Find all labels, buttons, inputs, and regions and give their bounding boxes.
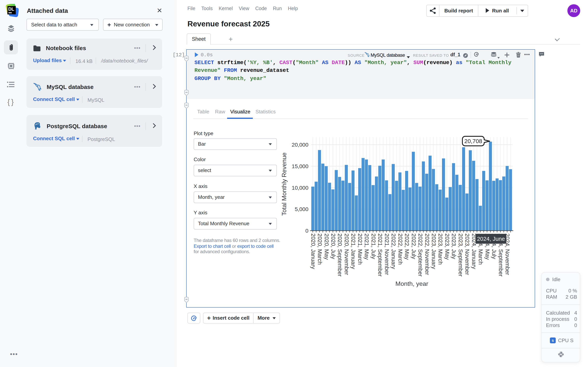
svg-text:2020, July: 2020, July bbox=[330, 234, 336, 259]
svg-text:2023, November: 2023, November bbox=[464, 234, 470, 275]
svg-text:2022, March: 2022, March bbox=[397, 234, 404, 265]
svg-text:20,708: 20,708 bbox=[464, 138, 482, 144]
svg-text:2022, July: 2022, July bbox=[411, 234, 417, 259]
svg-text:2024, June: 2024, June bbox=[477, 236, 505, 242]
svg-text:Total Monthly Revenue: Total Monthly Revenue bbox=[281, 152, 288, 216]
svg-text:0: 0 bbox=[305, 228, 308, 234]
svg-text:2022, September: 2022, September bbox=[417, 234, 424, 277]
svg-text:2022, November: 2022, November bbox=[424, 234, 430, 275]
svg-text:2023, July: 2023, July bbox=[451, 234, 457, 259]
svg-text:DL: DL bbox=[8, 7, 14, 12]
svg-text:2021, January: 2021, January bbox=[350, 234, 356, 269]
svg-text:2020, May: 2020, May bbox=[324, 234, 330, 260]
svg-text:2020, January: 2020, January bbox=[310, 234, 316, 269]
svg-text:2021, May: 2021, May bbox=[363, 234, 370, 260]
svg-text:20,000: 20,000 bbox=[292, 142, 308, 148]
svg-text:2020, March: 2020, March bbox=[317, 234, 323, 265]
svg-text:Month, year: Month, year bbox=[396, 280, 428, 287]
svg-text:2022, May: 2022, May bbox=[404, 234, 410, 260]
svg-text:2021, July: 2021, July bbox=[371, 234, 377, 259]
svg-text:10,000: 10,000 bbox=[292, 185, 308, 191]
svg-text:2023, May: 2023, May bbox=[444, 234, 450, 260]
svg-text:2021, September: 2021, September bbox=[377, 234, 383, 277]
svg-text:2020, November: 2020, November bbox=[344, 234, 350, 275]
svg-text:2021, March: 2021, March bbox=[357, 234, 363, 265]
svg-text:2023, January: 2023, January bbox=[431, 234, 437, 269]
svg-text:2023, March: 2023, March bbox=[437, 234, 443, 265]
svg-text:2023, September: 2023, September bbox=[458, 234, 464, 277]
svg-text:2021, November: 2021, November bbox=[384, 234, 390, 275]
svg-text:2020, September: 2020, September bbox=[337, 234, 343, 277]
svg-text:2022, January: 2022, January bbox=[390, 234, 397, 269]
svg-text:15,000: 15,000 bbox=[292, 163, 308, 169]
svg-text:5,000: 5,000 bbox=[295, 206, 308, 212]
